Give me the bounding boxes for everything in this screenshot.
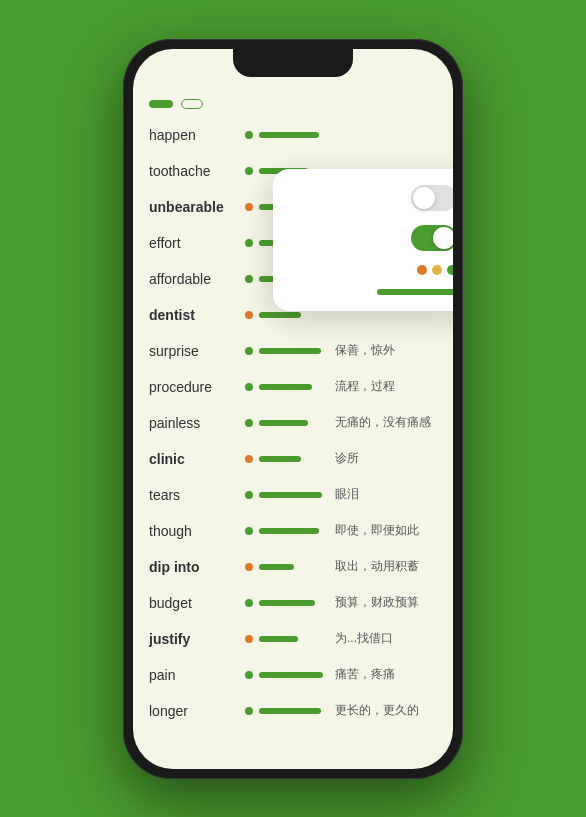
frequency-bar-fill: [259, 528, 319, 534]
word-meaning: 更长的，更久的: [335, 702, 437, 719]
frequency-bar-container: [259, 130, 329, 140]
word-meaning: 诊所: [335, 450, 437, 467]
word-row[interactable]: dip into取出，动用积蓄: [133, 549, 453, 585]
word-row[interactable]: emotional感性的: [133, 729, 453, 737]
notch: [233, 49, 353, 77]
word-text: clinic: [149, 451, 239, 467]
word-row[interactable]: procedure流程，过程: [133, 369, 453, 405]
word-text: surprise: [149, 343, 239, 359]
popup-row-frequency: [289, 289, 453, 295]
frequency-bar-fill: [259, 564, 294, 570]
familiarity-dot: [245, 239, 253, 247]
word-row[interactable]: painless无痛的，没有痛感: [133, 405, 453, 441]
word-row[interactable]: tears眼泪: [133, 477, 453, 513]
frequency-bar-container: [259, 562, 329, 572]
settings-popup: [273, 169, 453, 311]
word-row[interactable]: pain痛苦，疼痛: [133, 657, 453, 693]
toggle-knob-2: [433, 227, 453, 249]
frequency-bar-fill: [259, 492, 322, 498]
word-meaning: 预算，财政预算: [335, 594, 437, 611]
word-text: dip into: [149, 559, 239, 575]
hide-meaning-toggle[interactable]: [411, 225, 453, 251]
word-text: pain: [149, 667, 239, 683]
familiarity-dot: [245, 563, 253, 571]
familiarity-dot: [245, 131, 253, 139]
frequency-bar-container: [259, 706, 329, 716]
dot-high: [447, 265, 453, 275]
frequency-bar-container: [259, 670, 329, 680]
dot-mid: [432, 265, 442, 275]
frequency-bar-fill: [259, 312, 301, 318]
frequency-bar-container: [259, 598, 329, 608]
frequency-bar-fill: [259, 672, 323, 678]
word-text: though: [149, 523, 239, 539]
word-meaning: 取出，动用积蓄: [335, 558, 437, 575]
word-meaning: 痛苦，疼痛: [335, 666, 437, 683]
phone-screen: happentoothacheunbearableeffortaffordabl…: [133, 49, 453, 769]
frequency-bar-fill: [259, 348, 321, 354]
frequency-bar-container: [259, 418, 329, 428]
tag-recent[interactable]: [181, 99, 203, 109]
frequency-bar-fill: [259, 600, 315, 606]
popup-row-minimal: [289, 185, 453, 211]
frequency-bar-container: [259, 382, 329, 392]
familiarity-dot: [245, 707, 253, 715]
dot-low: [417, 265, 427, 275]
frequency-bar-container: [259, 634, 329, 644]
familiarity-dot: [245, 491, 253, 499]
frequency-bar-fill: [259, 456, 301, 462]
word-meaning: 眼泪: [335, 486, 437, 503]
word-row[interactable]: longer更长的，更久的: [133, 693, 453, 729]
toggle-knob: [413, 187, 435, 209]
word-text: procedure: [149, 379, 239, 395]
word-text: effort: [149, 235, 239, 251]
word-text: painless: [149, 415, 239, 431]
word-meaning: 流程，过程: [335, 378, 437, 395]
familiarity-dots: [417, 265, 453, 275]
word-row[interactable]: happen: [133, 117, 453, 153]
frequency-bar-fill: [259, 132, 319, 138]
familiarity-dot: [245, 383, 253, 391]
word-meaning: 无痛的，没有痛感: [335, 414, 437, 431]
word-row[interactable]: justify为...找借口: [133, 621, 453, 657]
familiarity-dot: [245, 419, 253, 427]
frequency-bar: [377, 289, 453, 295]
word-text: tears: [149, 487, 239, 503]
word-text: affordable: [149, 271, 239, 287]
familiarity-dot: [245, 167, 253, 175]
familiarity-dot: [245, 203, 253, 211]
header: [133, 93, 453, 117]
frequency-bar-container: [259, 490, 329, 500]
tag-cet[interactable]: [149, 100, 173, 108]
frequency-bar-fill: [259, 420, 308, 426]
word-text: unbearable: [149, 199, 239, 215]
word-row[interactable]: budget预算，财政预算: [133, 585, 453, 621]
familiarity-dot: [245, 275, 253, 283]
word-row[interactable]: clinic诊所: [133, 441, 453, 477]
familiarity-dot: [245, 671, 253, 679]
word-text: longer: [149, 703, 239, 719]
frequency-bar-container: [259, 346, 329, 356]
word-row[interactable]: surprise保善，惊外: [133, 333, 453, 369]
word-meaning: 为...找借口: [335, 630, 437, 647]
word-text: budget: [149, 595, 239, 611]
word-text: toothache: [149, 163, 239, 179]
familiarity-dot: [245, 527, 253, 535]
familiarity-dot: [245, 599, 253, 607]
frequency-bar-fill: [259, 708, 321, 714]
word-meaning: 保善，惊外: [335, 342, 437, 359]
popup-row-familiarity: [289, 265, 453, 275]
minimal-view-toggle[interactable]: [411, 185, 453, 211]
frequency-bar-fill: [259, 636, 298, 642]
word-row[interactable]: though即使，即便如此: [133, 513, 453, 549]
phone-frame: happentoothacheunbearableeffortaffordabl…: [123, 39, 463, 779]
word-meaning: 即使，即便如此: [335, 522, 437, 539]
popup-row-hide: [289, 225, 453, 251]
frequency-bar-fill: [259, 384, 312, 390]
frequency-bar-container: [259, 310, 329, 320]
familiarity-dot: [245, 455, 253, 463]
familiarity-dot: [245, 347, 253, 355]
word-text: justify: [149, 631, 239, 647]
word-text: dentist: [149, 307, 239, 323]
familiarity-dot: [245, 635, 253, 643]
